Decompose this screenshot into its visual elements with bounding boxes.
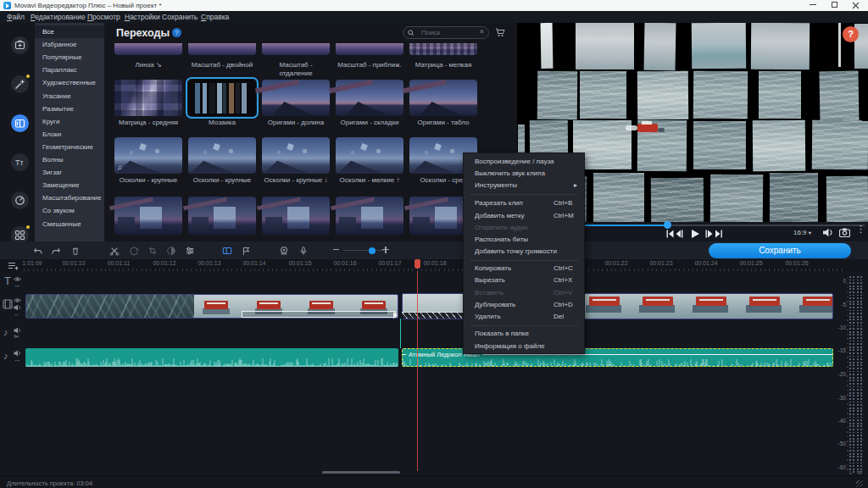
svg-text:Тт: Тт [15,158,24,167]
